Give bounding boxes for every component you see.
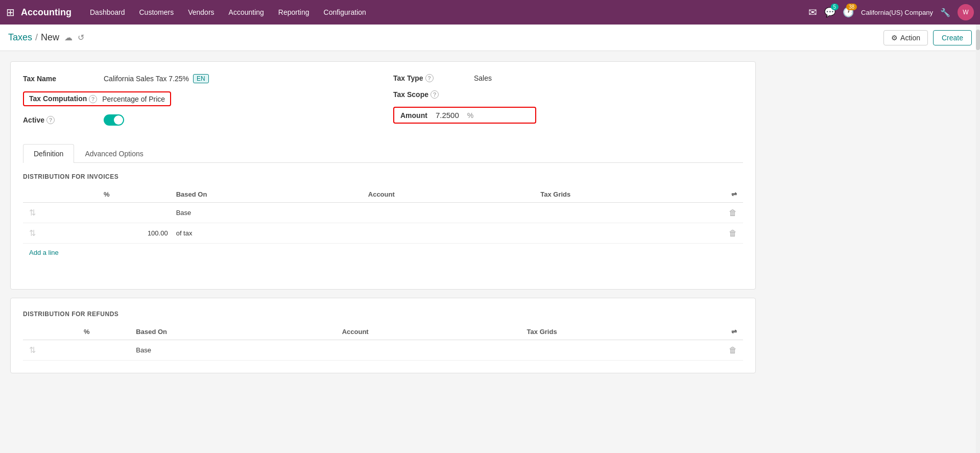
delete-icon-2[interactable]: 🗑 — [729, 229, 737, 237]
topbar-right: ✉ 💬 5 🕐 38 California(US) Company 🔧 W — [808, 4, 974, 20]
tax-form-card: Tax Name California Sales Tax 7.25% EN T… — [10, 61, 756, 290]
nav-accounting[interactable]: Accounting — [223, 5, 270, 19]
invoices-table: % Based On Account Tax Grids ⇌ — [23, 186, 743, 244]
tax-computation-label: Tax Computation ? — [29, 94, 97, 103]
col-drag-refunds — [23, 324, 43, 340]
delete-1[interactable]: 🗑 — [723, 203, 743, 223]
col-tax-grids-invoices: Tax Grids — [534, 186, 723, 203]
drag-handle-refunds-1[interactable]: ⇅ — [23, 340, 43, 361]
support-icon[interactable]: ✉ — [808, 6, 817, 18]
amount-unit: % — [467, 111, 473, 120]
gear-icon: ⚙ — [891, 34, 898, 42]
delete-2[interactable]: 🗑 — [723, 223, 743, 244]
account-refunds-1[interactable] — [336, 340, 521, 361]
active-row: Active ? — [23, 114, 373, 126]
tax-grids-1[interactable] — [534, 203, 723, 223]
app-brand: Accounting — [21, 7, 71, 18]
tab-content-definition: DISTRIBUTION FOR INVOICES % Based On Acc… — [23, 163, 743, 277]
tax-computation-help-icon: ? — [89, 95, 97, 103]
col-based-on-refunds: Based On — [130, 324, 336, 340]
tax-scope-label: Tax Scope ? — [393, 90, 470, 99]
lang-badge[interactable]: EN — [193, 74, 209, 83]
tax-scope-help-icon: ? — [431, 90, 439, 99]
col-based-on-invoices: Based On — [170, 186, 362, 203]
col-actions-refunds: ⇌ — [723, 324, 743, 340]
tax-grids-2[interactable] — [534, 223, 723, 244]
top-navigation: ⊞ Accounting Dashboard Customers Vendors… — [0, 0, 980, 25]
pct-1 — [43, 203, 170, 223]
pct-refunds-1 — [43, 340, 130, 361]
col-account-invoices: Account — [362, 186, 535, 203]
col-pct-invoices: % — [43, 186, 170, 203]
drag-handle-2[interactable]: ⇅ — [23, 223, 43, 244]
form-left: Tax Name California Sales Tax 7.25% EN T… — [23, 74, 373, 134]
refunds-table: % Based On Account Tax Grids ⇌ ⇅ — [23, 324, 743, 361]
pct-2[interactable]: 100.00 — [43, 223, 170, 244]
tax-scope-row: Tax Scope ? — [393, 90, 743, 99]
tab-definition[interactable]: Definition — [23, 144, 74, 163]
main-content: Tax Name California Sales Tax 7.25% EN T… — [0, 51, 766, 392]
active-label: Active ? — [23, 116, 100, 124]
app-grid-icon[interactable]: ⊞ — [6, 6, 15, 18]
create-button[interactable]: Create — [933, 30, 972, 45]
based-on-2[interactable]: of tax — [170, 223, 362, 244]
action-button[interactable]: ⚙ Action — [883, 30, 928, 45]
clock-icon[interactable]: 🕐 38 — [843, 7, 854, 18]
breadcrumb-separator: / — [35, 32, 38, 43]
company-label: California(US) Company — [861, 9, 933, 16]
invoices-row-2: ⇅ 100.00 of tax 🗑 — [23, 223, 743, 244]
save-icon[interactable]: ☁ — [64, 33, 73, 42]
tax-type-row: Tax Type ? Sales — [393, 74, 743, 82]
action-label: Action — [900, 34, 920, 42]
col-pct-refunds: % — [43, 324, 130, 340]
chat-badge: 5 — [831, 4, 839, 10]
add-line-invoices[interactable]: Add a line — [23, 244, 65, 261]
scrollbar-track[interactable] — [976, 25, 980, 392]
breadcrumb-icons: ☁ ↺ — [64, 33, 84, 42]
col-actions-invoices: ⇌ — [723, 186, 743, 203]
tab-bar: Definition Advanced Options — [23, 144, 743, 163]
delete-icon-1[interactable]: 🗑 — [729, 208, 737, 217]
account-1[interactable] — [362, 203, 535, 223]
breadcrumb-parent[interactable]: Taxes — [8, 32, 32, 43]
wrench-icon[interactable]: 🔧 — [940, 8, 950, 17]
nav-reporting[interactable]: Reporting — [272, 5, 316, 19]
scrollbar-thumb[interactable] — [976, 30, 980, 50]
breadcrumb-bar: Taxes / New ☁ ↺ ⚙ Action Create — [0, 25, 980, 51]
invoices-section-title: DISTRIBUTION FOR INVOICES — [23, 173, 743, 180]
refunds-section-title: DISTRIBUTION FOR REFUNDS — [23, 311, 743, 318]
chat-icon[interactable]: 💬 5 — [824, 7, 835, 18]
nav-vendors[interactable]: Vendors — [182, 5, 220, 19]
breadcrumb-actions: ⚙ Action Create — [883, 30, 972, 45]
nav-customers[interactable]: Customers — [133, 5, 180, 19]
amount-label: Amount — [400, 111, 427, 120]
col-tax-grids-refunds: Tax Grids — [521, 324, 723, 340]
delete-icon-refunds-1[interactable]: 🗑 — [729, 346, 737, 354]
active-toggle[interactable] — [104, 114, 124, 126]
drag-handle-1[interactable]: ⇅ — [23, 203, 43, 223]
tax-computation-row: Tax Computation ? Percentage of Price — [23, 91, 373, 106]
invoices-table-header: % Based On Account Tax Grids ⇌ — [23, 186, 743, 203]
amount-value[interactable]: 7.2500 — [436, 111, 459, 120]
tax-computation-box[interactable]: Tax Computation ? Percentage of Price — [23, 91, 171, 106]
active-help-icon: ? — [46, 116, 55, 124]
based-on-1[interactable]: Base — [170, 203, 362, 223]
nav-dashboard[interactable]: Dashboard — [84, 5, 131, 19]
discard-icon[interactable]: ↺ — [78, 33, 84, 42]
account-2[interactable] — [362, 223, 535, 244]
based-on-refunds-1[interactable]: Base — [130, 340, 336, 361]
tax-type-label: Tax Type ? — [393, 74, 470, 82]
tax-grids-refunds-1[interactable] — [521, 340, 723, 361]
amount-box[interactable]: Amount 7.2500 % — [393, 107, 536, 124]
tax-type-value[interactable]: Sales — [474, 74, 492, 82]
col-drag-handle — [23, 186, 43, 203]
tax-name-value[interactable]: California Sales Tax 7.25% — [104, 75, 189, 83]
tax-type-help-icon: ? — [425, 74, 434, 82]
tab-advanced-options[interactable]: Advanced Options — [74, 144, 154, 163]
nav-configuration[interactable]: Configuration — [318, 5, 372, 19]
delete-refunds-1[interactable]: 🗑 — [723, 340, 743, 361]
user-avatar[interactable]: W — [958, 4, 974, 20]
form-right: Tax Type ? Sales Tax Scope ? Amount — [393, 74, 743, 134]
tax-computation-value: Percentage of Price — [102, 95, 165, 103]
col-account-refunds: Account — [336, 324, 521, 340]
